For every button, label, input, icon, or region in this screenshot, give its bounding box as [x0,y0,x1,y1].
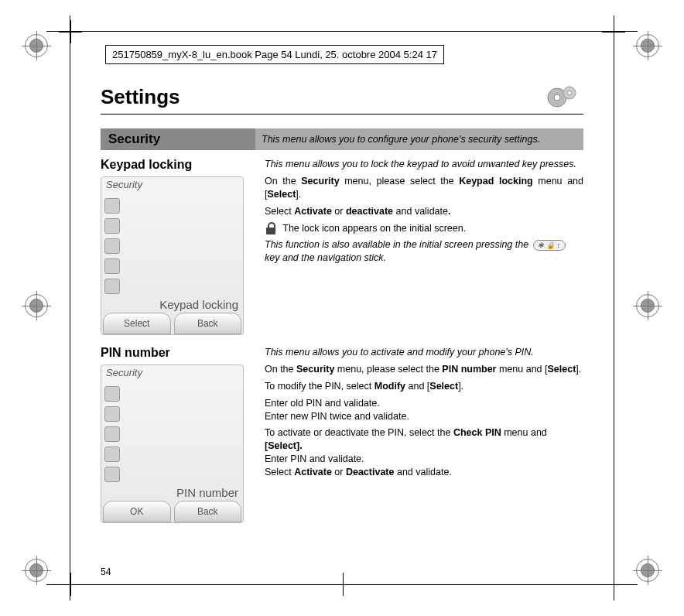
keypad-para-2: Select Activate or deactivate and valida… [265,205,583,218]
lock-icon [265,222,277,234]
menu-item-icon [104,406,120,422]
list-item [104,276,240,296]
menu-item-icon [104,218,120,234]
page-number: 54 [101,566,111,577]
star-key-icon: ✱ 🔒 ↕ [533,240,566,251]
crop-line-right [614,15,614,601]
softkey-right: Back [174,501,242,522]
keypad-para-1: On the Security menu, please select the … [265,175,583,201]
crop-cross-icon [602,573,625,596]
screenshot-title: Security [106,367,142,378]
pin-para-1: On the Security menu, please select the … [265,363,583,376]
menu-item-icon [104,258,120,274]
section-description: This menu allows you to configure your p… [255,131,583,148]
pin-heading: PIN number [101,346,255,360]
pin-para-4: Enter new PIN twice and validate. [265,410,583,423]
runner-text: 251750859_myX-8_lu_en.book Page 54 Lundi… [105,45,444,64]
section-header-bar: Security This menu allows you to configu… [101,128,583,150]
menu-item-icon [104,426,120,442]
keypad-para-3: The lock icon appears on the initial scr… [265,222,583,235]
registration-mark-icon [636,34,659,57]
list-item [104,236,240,256]
crop-cross-icon [331,573,354,596]
list-item [104,196,240,216]
section-label: Security [101,128,255,150]
list-item [104,424,240,444]
menu-item-icon [104,467,120,482]
crop-line-top [46,31,638,32]
pin-para-5: To activate or deactivate the PIN, selec… [265,426,583,453]
list-item [104,384,240,404]
keypad-para-4: This function is also available in the i… [265,238,583,265]
menu-item-icon [104,447,120,462]
crop-line-left [70,15,70,601]
menu-item-icon [104,198,120,214]
menu-item-icon [104,386,120,402]
registration-mark-icon [25,34,48,57]
softkey-right: Back [174,313,242,334]
phone-screenshot-pin: Security PIN number OK Back [101,364,244,523]
crop-cross-icon [59,573,82,596]
screenshot-caption: Keypad locking [159,298,238,311]
crop-cross-icon [59,20,82,43]
screenshot-menu-list [104,384,240,484]
pin-intro: This menu allows you to activate and mod… [265,346,583,359]
screenshot-title: Security [106,179,142,190]
softkey-left: Select [103,313,171,334]
list-item [104,216,240,236]
page-title: Settings [101,85,583,115]
pin-number-row: PIN number Security PIN number OK Back T… [101,346,583,523]
registration-mark-icon [636,559,659,582]
list-item [104,444,240,464]
screenshot-caption: PIN number [176,486,238,499]
registration-mark-icon [25,294,48,317]
pin-para-2: To modify the PIN, select Modify and [Se… [265,380,583,393]
menu-item-icon [104,279,120,294]
keypad-locking-row: Keypad locking Security Keypad locking S… [101,158,583,335]
menu-item-icon [104,238,120,254]
registration-mark-icon [636,294,659,317]
keypad-heading: Keypad locking [101,158,255,172]
phone-screenshot-keypad: Security Keypad locking Select Back [101,176,244,335]
crop-cross-icon [602,20,625,43]
pin-para-3: Enter old PIN and validate. [265,397,583,410]
page-header-runner: 251750859_myX-8_lu_en.book Page 54 Lundi… [101,43,583,66]
keypad-intro: This menu allows you to lock the keypad … [265,158,583,171]
list-item [104,256,240,276]
page-content: Settings Security This menu allows you t… [101,85,583,546]
list-item [104,464,240,484]
registration-mark-icon [25,559,48,582]
pin-para-7: Select Activate or Deactivate and valida… [265,466,583,479]
list-item [104,404,240,424]
pin-para-6: Enter PIN and validate. [265,453,583,466]
screenshot-menu-list [104,196,240,296]
softkey-left: OK [103,501,171,522]
